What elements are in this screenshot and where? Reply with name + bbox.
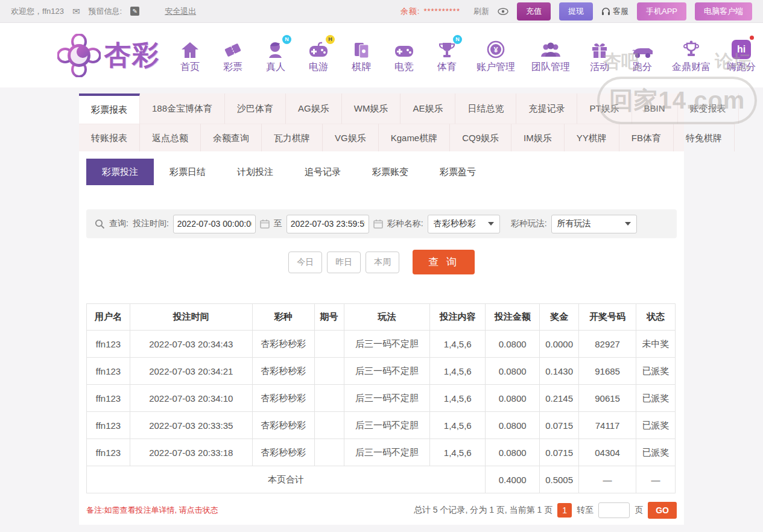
tab-188-sports[interactable]: 188金宝博体育 xyxy=(140,93,225,124)
badge-n: N xyxy=(282,35,291,44)
nav-item-home[interactable]: 首页 xyxy=(177,37,203,74)
subtab-lottery-bets[interactable]: 彩票投注 xyxy=(86,159,154,185)
search-icon xyxy=(95,219,105,229)
status-cell[interactable]: 未中奖 xyxy=(636,331,676,358)
tab-kgame[interactable]: Kgame棋牌 xyxy=(379,124,451,151)
logout-link[interactable]: 安全退出 xyxy=(165,6,196,17)
today-button[interactable]: 今日 xyxy=(288,252,322,273)
pagination-summary: 总计 5 个记录, 分为 1 页, 当前第 1 页 xyxy=(414,505,552,516)
yesterday-button[interactable]: 昨日 xyxy=(327,252,361,273)
page-total-label: 本页合计 xyxy=(87,466,486,493)
nav-item-account[interactable]: ¥ 账户管理 xyxy=(476,37,515,74)
status-cell[interactable]: 已派奖 xyxy=(636,358,676,385)
col-issue: 期号 xyxy=(314,304,344,331)
col-status: 状态 xyxy=(636,304,676,331)
content-container: 彩票报表 188金宝博体育 沙巴体育 AG娱乐 WM娱乐 AE娱乐 日结总览 充… xyxy=(79,93,684,525)
calendar-icon[interactable] xyxy=(260,219,270,229)
tab-saba-sports[interactable]: 沙巴体育 xyxy=(225,93,286,124)
tab-pt[interactable]: PT娱乐 xyxy=(577,93,632,124)
table-header-row: 用户名 投注时间 彩种 期号 玩法 投注内容 投注金额 奖金 开奖号码 状态 xyxy=(87,304,676,331)
lottery-name-select[interactable]: 杏彩秒秒彩 xyxy=(428,215,500,233)
calendar-icon[interactable] xyxy=(373,219,383,229)
subtab-lottery-daily[interactable]: 彩票日结 xyxy=(154,159,221,185)
subtab-lottery-account-change[interactable]: 彩票账变 xyxy=(356,159,424,185)
nav-item-cards[interactable]: 棋牌 xyxy=(348,37,375,74)
paofen-icon xyxy=(631,41,654,59)
query-label: 查询: xyxy=(109,218,128,229)
tab-account-change-report[interactable]: 账变报表 xyxy=(678,93,739,124)
wealth-icon xyxy=(682,40,701,59)
status-cell[interactable]: 已派奖 xyxy=(636,439,676,466)
tab-bbin[interactable]: BBIN xyxy=(632,93,678,124)
tab-daily-overview[interactable]: 日结总览 xyxy=(455,93,516,124)
table-row: ffn123 2022-07-03 20:33:35 杏彩秒秒彩 后三一码不定胆… xyxy=(87,412,676,439)
subtab-plan-bets[interactable]: 计划投注 xyxy=(221,159,289,185)
tab-transfer-report[interactable]: 转账报表 xyxy=(79,124,140,151)
tab-im[interactable]: IM娱乐 xyxy=(511,124,565,151)
tab-wm[interactable]: WM娱乐 xyxy=(342,93,401,124)
edit-icon[interactable]: ✎ xyxy=(130,7,139,16)
service-link[interactable]: 客服 xyxy=(613,6,628,17)
balance-label: 余额: xyxy=(400,6,420,17)
pagination: 总计 5 个记录, 分为 1 页, 当前第 1 页 1 转至 页 GO xyxy=(414,502,677,519)
page-unit-label: 页 xyxy=(635,505,643,516)
hi-app-icon: hi xyxy=(732,40,751,59)
col-draw-number: 开奖号码 xyxy=(579,304,636,331)
search-button[interactable]: 查 询 xyxy=(413,250,475,274)
main-navigation: 杏彩 首页 彩票 N 真人 H 电游 棋牌 xyxy=(0,23,763,87)
nav-item-egames[interactable]: H 电游 xyxy=(305,37,332,74)
subtab-lottery-profit-loss[interactable]: 彩票盈亏 xyxy=(424,159,492,185)
balance-value: ********** xyxy=(423,7,460,16)
time-to-input[interactable] xyxy=(287,215,369,233)
logo-flower-icon xyxy=(57,34,101,77)
withdraw-button[interactable]: 提现 xyxy=(559,2,593,21)
team-icon xyxy=(540,41,562,59)
tab-wali-cards[interactable]: 瓦力棋牌 xyxy=(262,124,323,151)
status-cell[interactable]: 已派奖 xyxy=(636,412,676,439)
go-button[interactable]: GO xyxy=(648,502,677,519)
nav-item-live[interactable]: N 真人 xyxy=(262,37,289,74)
tab-ag[interactable]: AG娱乐 xyxy=(286,93,342,124)
tab-ae[interactable]: AE娱乐 xyxy=(400,93,455,124)
tab-lottery-report[interactable]: 彩票报表 xyxy=(79,93,140,124)
nav-item-paofen[interactable]: 跑分 xyxy=(629,37,656,74)
tab-vg[interactable]: VG娱乐 xyxy=(323,124,379,151)
table-row: ffn123 2022-07-03 20:34:21 杏彩秒秒彩 后三一码不定胆… xyxy=(87,358,676,385)
play-type-select[interactable]: 所有玩法 xyxy=(551,215,637,233)
tab-fb-sports[interactable]: FB体育 xyxy=(619,124,674,151)
quick-buttons-row: 今日 昨日 本周 查 询 xyxy=(79,250,684,274)
tab-yy-cards[interactable]: YY棋牌 xyxy=(565,124,619,151)
bets-table: 用户名 投注时间 彩种 期号 玩法 投注内容 投注金额 奖金 开奖号码 状态 f… xyxy=(86,303,676,493)
tab-tetu-cards[interactable]: 特兔棋牌 xyxy=(674,124,735,151)
account-coin-icon: ¥ xyxy=(486,40,505,59)
eye-icon[interactable] xyxy=(498,8,508,15)
tab-deposit-withdraw-record[interactable]: 充提记录 xyxy=(516,93,577,124)
to-label: 至 xyxy=(274,218,282,229)
subtab-chase-record[interactable]: 追号记录 xyxy=(289,159,356,185)
nav-item-lottery[interactable]: 彩票 xyxy=(220,37,246,74)
nav-item-wealth[interactable]: 金鼎财富 xyxy=(672,37,711,74)
ticket-icon xyxy=(223,41,242,59)
logo-text: 杏彩 xyxy=(104,37,160,73)
tab-balance-query[interactable]: 余额查询 xyxy=(201,124,262,151)
nav-item-team[interactable]: 团队管理 xyxy=(531,37,570,74)
status-cell[interactable]: 已派奖 xyxy=(636,385,676,412)
refresh-link[interactable]: 刷新 xyxy=(473,6,489,17)
total-prize: 0.5005 xyxy=(540,466,579,493)
pc-client-button[interactable]: 电脑客户端 xyxy=(695,2,752,21)
tab-cq9[interactable]: CQ9娱乐 xyxy=(450,124,511,151)
site-logo[interactable]: 杏彩 xyxy=(57,34,160,77)
recharge-button[interactable]: 充值 xyxy=(517,2,551,21)
svg-text:¥: ¥ xyxy=(494,46,498,54)
tab-rebate-total[interactable]: 返点总额 xyxy=(140,124,201,151)
nav-item-esports[interactable]: 电竞 xyxy=(391,37,417,74)
this-week-button[interactable]: 本周 xyxy=(366,252,399,273)
nav-item-activity[interactable]: 活动 xyxy=(586,37,613,74)
time-from-input[interactable] xyxy=(173,215,256,233)
nav-item-sports[interactable]: N 体育 xyxy=(434,37,460,74)
mobile-app-button[interactable]: 手机APP xyxy=(637,2,686,21)
mail-icon[interactable]: ✉ xyxy=(72,6,80,17)
goto-page-input[interactable] xyxy=(598,502,630,518)
nav-item-hi-paofen[interactable]: hi 嗨跑分 xyxy=(727,37,756,74)
current-page-button[interactable]: 1 xyxy=(557,503,572,518)
